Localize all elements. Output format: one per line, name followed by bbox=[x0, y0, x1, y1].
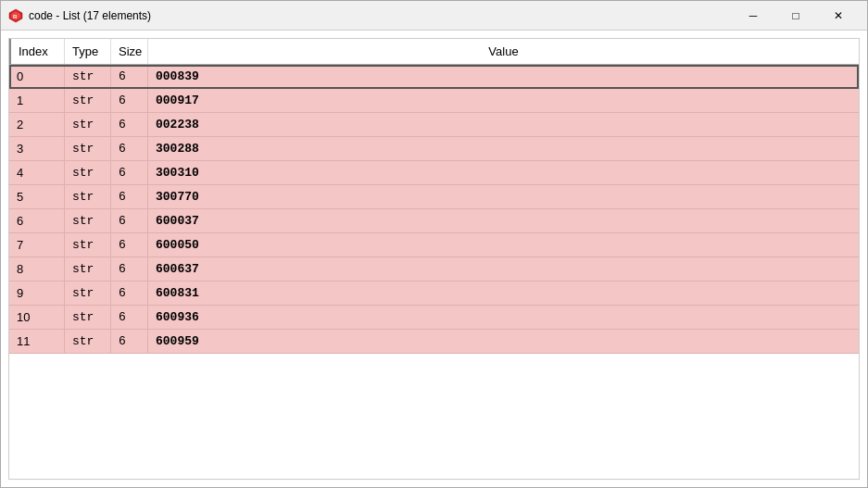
cell-index: 8 bbox=[9, 257, 65, 281]
table-row[interactable]: 2str6002238 bbox=[9, 113, 859, 137]
cell-index: 1 bbox=[9, 89, 65, 112]
table-row[interactable]: 8str6600637 bbox=[9, 257, 859, 282]
window-title: code - List (17 elements) bbox=[29, 9, 732, 22]
cell-size: 6 bbox=[111, 185, 148, 208]
cell-type: str bbox=[65, 282, 111, 305]
cell-index: 9 bbox=[9, 282, 65, 305]
cell-value: 600831 bbox=[148, 282, 859, 305]
cell-value: 600037 bbox=[148, 209, 859, 232]
cell-type: str bbox=[65, 89, 111, 112]
cell-size: 6 bbox=[111, 233, 148, 257]
header-size: Size bbox=[111, 39, 148, 64]
app-icon: R bbox=[8, 8, 23, 23]
cell-size: 6 bbox=[111, 113, 148, 136]
cell-value: 600637 bbox=[148, 257, 859, 281]
cell-type: str bbox=[65, 233, 111, 257]
cell-index: 5 bbox=[9, 185, 65, 208]
table-row[interactable]: 3str6300288 bbox=[9, 137, 859, 161]
maximize-button[interactable]: □ bbox=[774, 1, 817, 31]
cell-size: 6 bbox=[111, 209, 148, 232]
svg-text:R: R bbox=[13, 14, 18, 19]
cell-value: 600050 bbox=[148, 233, 859, 257]
cell-size: 6 bbox=[111, 137, 148, 160]
content-area: Index Type Size Value 0str60008391str600… bbox=[1, 31, 867, 487]
cell-index: 2 bbox=[9, 113, 65, 136]
cell-index: 0 bbox=[9, 65, 65, 88]
table-header: Index Type Size Value bbox=[9, 39, 859, 65]
cell-index: 11 bbox=[9, 330, 65, 353]
cell-value: 300770 bbox=[148, 185, 859, 208]
table-row[interactable]: 10str6600936 bbox=[9, 306, 859, 330]
main-window: R code - List (17 elements) ─ □ ✕ Index … bbox=[0, 0, 868, 488]
table-row[interactable]: 4str6300310 bbox=[9, 161, 859, 185]
cell-value: 000917 bbox=[148, 89, 859, 112]
cell-value: 300310 bbox=[148, 161, 859, 184]
header-value: Value bbox=[148, 39, 859, 64]
cell-size: 6 bbox=[111, 282, 148, 305]
table-row[interactable]: 9str6600831 bbox=[9, 282, 859, 306]
cell-index: 10 bbox=[9, 306, 65, 329]
title-bar: R code - List (17 elements) ─ □ ✕ bbox=[1, 1, 867, 31]
cell-index: 4 bbox=[9, 161, 65, 184]
cell-size: 6 bbox=[111, 65, 148, 88]
header-index: Index bbox=[9, 39, 65, 64]
cell-size: 6 bbox=[111, 89, 148, 112]
cell-type: str bbox=[65, 137, 111, 160]
cell-size: 6 bbox=[111, 330, 148, 353]
cell-value: 002238 bbox=[148, 113, 859, 136]
cell-type: str bbox=[65, 306, 111, 329]
cell-size: 6 bbox=[111, 161, 148, 184]
cell-size: 6 bbox=[111, 306, 148, 329]
table-row[interactable]: 6str6600037 bbox=[9, 209, 859, 233]
cell-type: str bbox=[65, 330, 111, 353]
table-row[interactable]: 7str6600050 bbox=[9, 233, 859, 257]
cell-type: str bbox=[65, 209, 111, 232]
cell-type: str bbox=[65, 257, 111, 281]
cell-size: 6 bbox=[111, 257, 148, 281]
cell-value: 600936 bbox=[148, 306, 859, 329]
cell-value: 300288 bbox=[148, 137, 859, 160]
cell-index: 3 bbox=[9, 137, 65, 160]
cell-type: str bbox=[65, 65, 111, 88]
cell-type: str bbox=[65, 185, 111, 208]
table-row[interactable]: 1str6000917 bbox=[9, 89, 859, 113]
cell-type: str bbox=[65, 113, 111, 136]
window-controls: ─ □ ✕ bbox=[732, 1, 860, 31]
header-type: Type bbox=[65, 39, 111, 64]
minimize-button[interactable]: ─ bbox=[732, 1, 774, 31]
cell-index: 6 bbox=[9, 209, 65, 232]
table-row[interactable]: 0str6000839 bbox=[9, 65, 859, 89]
data-table: Index Type Size Value 0str60008391str600… bbox=[8, 38, 860, 480]
cell-type: str bbox=[65, 161, 111, 184]
cell-index: 7 bbox=[9, 233, 65, 257]
close-button[interactable]: ✕ bbox=[817, 1, 860, 31]
table-row[interactable]: 11str6600959 bbox=[9, 330, 859, 354]
cell-value: 000839 bbox=[148, 65, 859, 88]
cell-value: 600959 bbox=[148, 330, 859, 353]
table-body[interactable]: 0str60008391str60009172str60022383str630… bbox=[9, 65, 859, 479]
table-row[interactable]: 5str6300770 bbox=[9, 185, 859, 209]
